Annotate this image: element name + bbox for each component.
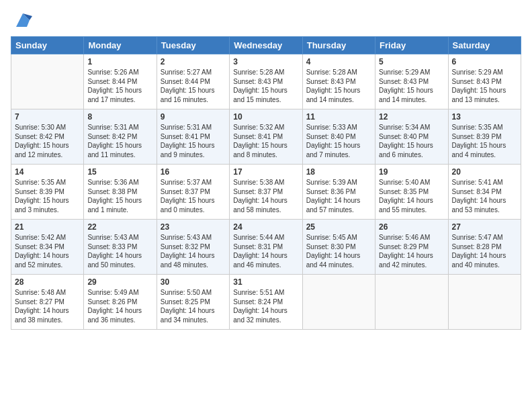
day-info-line: and 40 minutes. xyxy=(452,261,517,270)
col-header-wednesday: Wednesday xyxy=(230,37,302,54)
day-info-line: Daylight: 15 hours xyxy=(452,141,517,150)
day-info-line: Sunrise: 5:47 AM xyxy=(452,233,517,242)
day-info-line: Sunrise: 5:41 AM xyxy=(452,178,517,187)
day-info-line: and 32 minutes. xyxy=(233,316,298,325)
day-info-line: Daylight: 15 hours xyxy=(15,196,80,205)
day-info-line: Sunset: 8:32 PM xyxy=(161,242,226,252)
day-info-line: Sunset: 8:30 PM xyxy=(306,242,371,252)
calendar-cell: 21Sunrise: 5:42 AMSunset: 8:34 PMDayligh… xyxy=(11,220,84,275)
calendar-cell: 12Sunrise: 5:34 AMSunset: 8:40 PMDayligh… xyxy=(375,109,448,165)
col-header-thursday: Thursday xyxy=(302,37,375,54)
day-info-line: Sunrise: 5:40 AM xyxy=(379,178,444,187)
day-info-line: Sunset: 8:39 PM xyxy=(452,132,517,142)
day-info-line: Daylight: 15 hours xyxy=(161,196,226,205)
day-info-line: Daylight: 15 hours xyxy=(452,86,517,95)
day-info-line: and 12 minutes. xyxy=(15,150,80,160)
day-info-line: and 17 minutes. xyxy=(87,95,152,105)
day-number: 13 xyxy=(452,112,517,122)
day-info-line: Sunset: 8:43 PM xyxy=(233,77,298,87)
day-info-line: Sunset: 8:38 PM xyxy=(87,187,152,197)
day-info-line: Daylight: 14 hours xyxy=(379,196,444,205)
calendar-cell: 9Sunrise: 5:31 AMSunset: 8:41 PMDaylight… xyxy=(157,109,229,165)
calendar-cell: 27Sunrise: 5:47 AMSunset: 8:28 PMDayligh… xyxy=(448,220,521,275)
day-info-line: Sunset: 8:44 PM xyxy=(87,77,152,87)
day-info-line: Sunrise: 5:39 AM xyxy=(306,178,371,187)
day-info-line: and 46 minutes. xyxy=(233,261,298,270)
day-number: 10 xyxy=(233,112,298,122)
day-info-line: Sunset: 8:42 PM xyxy=(15,132,80,142)
day-number: 11 xyxy=(306,112,371,122)
day-info-line: Daylight: 14 hours xyxy=(379,251,444,261)
calendar-cell: 16Sunrise: 5:37 AMSunset: 8:37 PMDayligh… xyxy=(157,165,229,220)
day-info-line: Sunrise: 5:28 AM xyxy=(306,68,371,77)
logo xyxy=(11,11,32,30)
day-info-line: Daylight: 15 hours xyxy=(161,86,226,95)
day-info-line: Daylight: 15 hours xyxy=(233,141,298,150)
day-info-line: Sunset: 8:41 PM xyxy=(233,132,298,142)
day-info-line: and 42 minutes. xyxy=(379,261,444,270)
calendar-cell: 19Sunrise: 5:40 AMSunset: 8:35 PMDayligh… xyxy=(375,165,448,220)
calendar-cell: 8Sunrise: 5:31 AMSunset: 8:42 PMDaylight… xyxy=(84,109,157,165)
day-number: 31 xyxy=(233,277,298,287)
calendar-cell: 18Sunrise: 5:39 AMSunset: 8:36 PMDayligh… xyxy=(302,165,375,220)
day-number: 18 xyxy=(306,167,371,177)
day-info-line: and 14 minutes. xyxy=(379,95,444,105)
calendar-cell: 11Sunrise: 5:33 AMSunset: 8:40 PMDayligh… xyxy=(302,109,375,165)
calendar-cell xyxy=(375,275,448,330)
day-info-line: Daylight: 14 hours xyxy=(233,306,298,316)
calendar-cell: 15Sunrise: 5:36 AMSunset: 8:38 PMDayligh… xyxy=(84,165,157,220)
day-number: 7 xyxy=(15,112,80,122)
calendar-cell: 14Sunrise: 5:35 AMSunset: 8:39 PMDayligh… xyxy=(11,165,84,220)
day-info-line: Sunrise: 5:36 AM xyxy=(87,178,152,187)
day-number: 19 xyxy=(379,167,444,177)
day-info-line: Sunrise: 5:35 AM xyxy=(452,123,517,132)
day-info-line: Sunset: 8:34 PM xyxy=(452,187,517,197)
calendar-cell: 31Sunrise: 5:51 AMSunset: 8:24 PMDayligh… xyxy=(230,275,302,330)
day-info-line: Sunset: 8:26 PM xyxy=(87,298,152,307)
day-info-line: Sunrise: 5:48 AM xyxy=(15,288,80,298)
day-info-line: and 11 minutes. xyxy=(87,150,152,160)
day-info-line: Sunrise: 5:49 AM xyxy=(87,288,152,298)
day-number: 29 xyxy=(87,277,152,287)
day-number: 17 xyxy=(233,167,298,177)
day-info-line: Daylight: 15 hours xyxy=(379,141,444,150)
day-info-line: Sunrise: 5:38 AM xyxy=(233,178,298,187)
day-info-line: and 58 minutes. xyxy=(233,205,298,215)
day-number: 8 xyxy=(87,112,152,122)
day-info-line: and 0 minutes. xyxy=(161,205,226,215)
day-info-line: Sunset: 8:43 PM xyxy=(379,77,444,87)
day-info-line: and 36 minutes. xyxy=(87,316,152,325)
calendar-cell: 24Sunrise: 5:44 AMSunset: 8:31 PMDayligh… xyxy=(230,220,302,275)
calendar-week-1: 1Sunrise: 5:26 AMSunset: 8:44 PMDaylight… xyxy=(11,54,521,109)
col-header-monday: Monday xyxy=(84,37,157,54)
day-number: 14 xyxy=(15,167,80,177)
day-number: 26 xyxy=(379,222,444,232)
day-info-line: Daylight: 15 hours xyxy=(233,86,298,95)
day-info-line: Sunset: 8:34 PM xyxy=(15,242,80,252)
day-info-line: Sunset: 8:35 PM xyxy=(379,187,444,197)
calendar-cell: 28Sunrise: 5:48 AMSunset: 8:27 PMDayligh… xyxy=(11,275,84,330)
day-info-line: and 53 minutes. xyxy=(452,205,517,215)
day-number: 27 xyxy=(452,222,517,232)
day-info-line: Sunset: 8:33 PM xyxy=(87,242,152,252)
day-info-line: Sunrise: 5:28 AM xyxy=(233,68,298,77)
day-number: 12 xyxy=(379,112,444,122)
day-info-line: Sunrise: 5:35 AM xyxy=(15,178,80,187)
day-number: 5 xyxy=(379,57,444,66)
day-info-line: Sunset: 8:37 PM xyxy=(233,187,298,197)
day-info-line: Daylight: 14 hours xyxy=(161,306,226,316)
day-info-line: and 8 minutes. xyxy=(233,150,298,160)
day-info-line: Sunrise: 5:42 AM xyxy=(15,233,80,242)
day-info-line: Sunrise: 5:31 AM xyxy=(87,123,152,132)
calendar-cell: 29Sunrise: 5:49 AMSunset: 8:26 PMDayligh… xyxy=(84,275,157,330)
day-info-line: Daylight: 15 hours xyxy=(306,86,371,95)
day-info-line: Sunrise: 5:27 AM xyxy=(161,68,226,77)
calendar-cell: 10Sunrise: 5:32 AMSunset: 8:41 PMDayligh… xyxy=(230,109,302,165)
day-info-line: Sunrise: 5:43 AM xyxy=(161,233,226,242)
day-number: 23 xyxy=(161,222,226,232)
day-info-line: Sunrise: 5:32 AM xyxy=(233,123,298,132)
calendar-cell: 17Sunrise: 5:38 AMSunset: 8:37 PMDayligh… xyxy=(230,165,302,220)
day-number: 6 xyxy=(452,57,517,66)
day-info-line: Sunset: 8:24 PM xyxy=(233,298,298,307)
day-info-line: Daylight: 14 hours xyxy=(15,306,80,316)
